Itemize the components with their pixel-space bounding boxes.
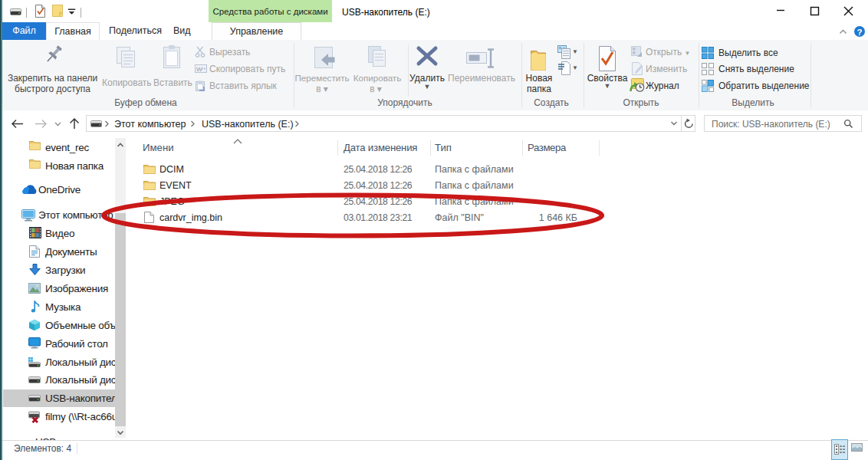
svg-text:W: W <box>196 66 202 73</box>
svg-text:?: ? <box>856 28 862 37</box>
